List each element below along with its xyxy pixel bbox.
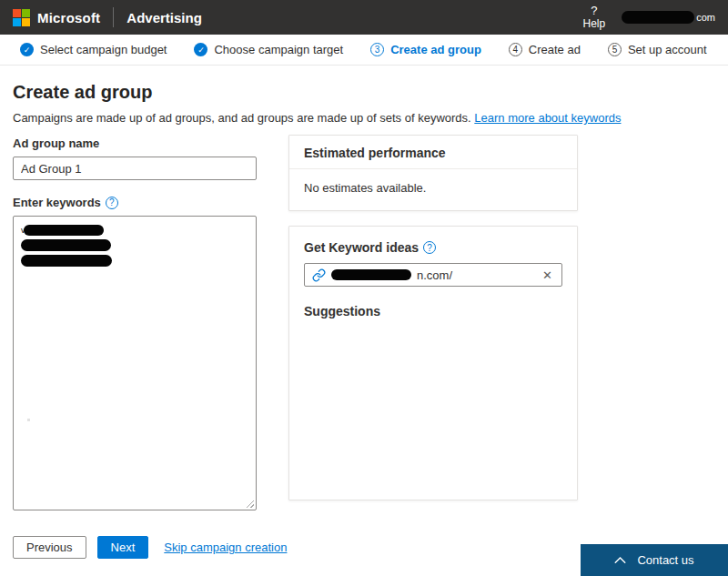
keyword-ideas-url-input[interactable]: n.com/ ✕ [304, 263, 562, 287]
ad-group-form: Ad group name Enter keywords ? v [13, 136, 257, 510]
step-label: Create ad group [390, 43, 481, 56]
product-name: Advertising [126, 10, 202, 25]
check-icon: ✓ [20, 43, 34, 56]
email-suffix: com [696, 12, 715, 23]
step-label: Set up account [628, 43, 707, 56]
keyword-ideas-help-icon[interactable]: ? [423, 241, 436, 254]
top-app-bar: Microsoft Advertising ? Help com [0, 0, 728, 35]
keywords-textarea[interactable]: v [13, 216, 257, 510]
microsoft-logo-icon [13, 9, 30, 26]
enter-keywords-label-row: Enter keywords ? [13, 196, 257, 209]
clear-url-icon[interactable]: ✕ [541, 268, 554, 283]
redacted-keyword-1 [24, 225, 104, 236]
estimated-performance-card: Estimated performance No estimates avail… [288, 135, 578, 211]
step-set-up-account[interactable]: 5 Set up account [608, 43, 707, 56]
chevron-up-icon [614, 556, 626, 564]
step-label: Select campaign budget [40, 43, 167, 56]
redacted-keyword-3 [21, 255, 112, 267]
contact-us-label: Contact us [637, 553, 693, 567]
step-number-icon: 3 [370, 43, 384, 56]
account-menu[interactable]: com [622, 11, 715, 24]
campaign-steps-bar: ✓ Select campaign budget ✓ Choose campai… [0, 35, 728, 66]
help-icon: ? [591, 5, 597, 17]
previous-button[interactable]: Previous [13, 536, 86, 559]
enter-keywords-label: Enter keywords [13, 196, 101, 209]
next-button[interactable]: Next [97, 536, 149, 559]
redacted-email [622, 11, 694, 24]
ad-group-name-label: Ad group name [13, 136, 257, 150]
keywords-help-icon[interactable]: ? [106, 197, 118, 209]
ad-group-name-input[interactable] [13, 157, 257, 180]
help-button[interactable]: ? Help [583, 5, 606, 29]
step-number-icon: 5 [608, 43, 622, 56]
page-title: Create ad group [13, 82, 715, 103]
help-label: Help [583, 18, 606, 30]
estimated-performance-title: Estimated performance [289, 136, 577, 169]
keyword-ideas-title-row: Get Keyword ideas ? [304, 240, 562, 255]
microsoft-logo[interactable]: Microsoft [13, 9, 100, 26]
keyword-ideas-title: Get Keyword ideas [304, 240, 419, 255]
keyword-ideas-card: Get Keyword ideas ? n.com/ ✕ Suggestions [288, 226, 578, 500]
learn-more-keywords-link[interactable]: Learn more about keywords [474, 111, 621, 125]
check-icon: ✓ [194, 43, 207, 56]
url-visible-suffix: n.com/ [417, 268, 452, 282]
wizard-actions: Previous Next Skip campaign creation [13, 536, 287, 559]
page-description: Campaigns are made up of ad groups, and … [13, 111, 715, 125]
contact-us-button[interactable]: Contact us [581, 544, 728, 576]
step-create-ad[interactable]: 4 Create ad [509, 43, 581, 56]
brand-name: Microsoft [37, 10, 100, 25]
page-description-text: Campaigns are made up of ad groups, and … [13, 111, 471, 125]
step-select-campaign-budget[interactable]: ✓ Select campaign budget [20, 43, 167, 56]
skip-campaign-creation-link[interactable]: Skip campaign creation [164, 541, 287, 554]
redacted-keyword-2 [21, 239, 111, 251]
step-number-icon: 4 [509, 43, 522, 56]
redacted-url [331, 269, 411, 280]
suggestions-label: Suggestions [304, 304, 562, 318]
step-label: Create ad [529, 43, 581, 56]
textarea-resize-handle[interactable] [245, 499, 254, 508]
header-divider [113, 7, 114, 27]
step-create-ad-group[interactable]: 3 Create ad group [370, 43, 481, 56]
step-choose-campaign-target[interactable]: ✓ Choose campaign target [194, 43, 343, 56]
link-icon [312, 268, 326, 282]
step-label: Choose campaign target [214, 43, 343, 56]
text-artifact [27, 419, 30, 421]
estimated-performance-empty-message: No estimates available. [289, 169, 577, 207]
